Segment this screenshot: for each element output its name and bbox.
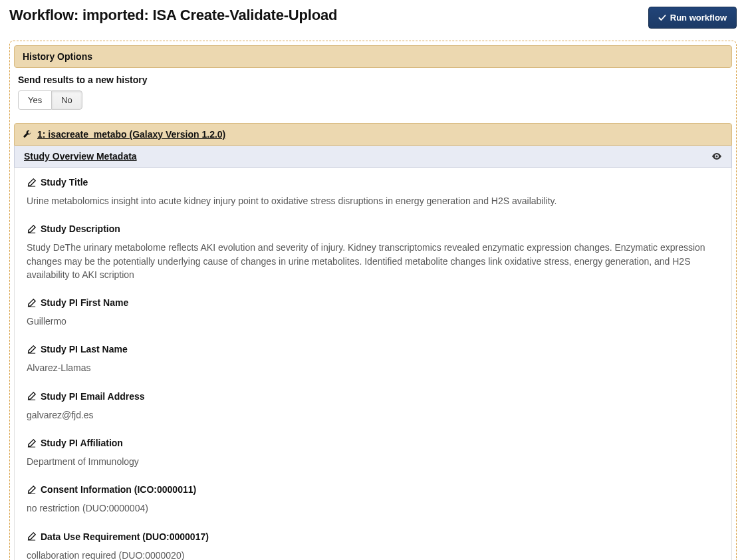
field-value: Urine metabolomics insight into acute ki… bbox=[27, 194, 719, 208]
run-workflow-button[interactable]: Run workflow bbox=[648, 7, 737, 29]
toggle-yes-button[interactable]: Yes bbox=[18, 90, 51, 110]
tool-title-link[interactable]: 1: isacreate_metabo (Galaxy Version 1.2.… bbox=[37, 129, 225, 140]
history-options-header: History Options bbox=[14, 45, 732, 68]
check-icon bbox=[658, 14, 666, 22]
send-results-toggle: Yes No bbox=[18, 90, 82, 110]
edit-icon[interactable] bbox=[27, 531, 37, 541]
history-options-body: Send results to a new history Yes No bbox=[14, 68, 732, 120]
field-label-text: Study Title bbox=[41, 177, 88, 188]
tool-header[interactable]: 1: isacreate_metabo (Galaxy Version 1.2.… bbox=[14, 123, 732, 146]
eye-icon[interactable] bbox=[711, 151, 722, 162]
toggle-no-button[interactable]: No bbox=[51, 90, 82, 110]
field-study-description: Study Description Study DeThe urinary me… bbox=[15, 217, 731, 291]
edit-icon[interactable] bbox=[27, 438, 37, 448]
section-header[interactable]: Study Overview Metadata bbox=[14, 146, 732, 168]
field-pi-first-name: Study PI First Name Guillermo bbox=[15, 291, 731, 337]
field-value: Alvarez-Llamas bbox=[27, 361, 719, 374]
edit-icon[interactable] bbox=[27, 485, 37, 495]
run-workflow-label: Run workflow bbox=[670, 13, 727, 23]
wrench-icon bbox=[23, 130, 32, 139]
field-label-text: Study Description bbox=[41, 223, 120, 234]
section-body: Study Title Urine metabolomics insight i… bbox=[14, 168, 732, 560]
edit-icon[interactable] bbox=[27, 298, 37, 308]
send-results-label: Send results to a new history bbox=[18, 74, 728, 85]
field-data-use: Data Use Requirement (DUO:0000017) colla… bbox=[15, 525, 731, 560]
field-value: no restriction (DUO:0000004) bbox=[27, 501, 719, 515]
edit-icon[interactable] bbox=[27, 224, 37, 234]
field-label-text: Study PI First Name bbox=[41, 297, 128, 308]
field-pi-affiliation: Study PI Affiliation Department of Immun… bbox=[15, 431, 731, 478]
edit-icon[interactable] bbox=[27, 345, 37, 354]
field-value: collaboration required (DUO:0000020) bbox=[27, 549, 719, 560]
field-value: galvarez@fjd.es bbox=[27, 408, 719, 422]
edit-icon[interactable] bbox=[27, 178, 37, 188]
edit-icon[interactable] bbox=[27, 391, 37, 401]
field-study-title: Study Title Urine metabolomics insight i… bbox=[15, 170, 731, 217]
page-title: Workflow: imported: ISA Create-Validate-… bbox=[9, 7, 337, 24]
field-consent: Consent Information (ICO:0000011) no res… bbox=[15, 478, 731, 524]
field-pi-email: Study PI Email Address galvarez@fjd.es bbox=[15, 384, 731, 431]
field-pi-last-name: Study PI Last Name Alvarez-Llamas bbox=[15, 337, 731, 384]
field-label-text: Study PI Last Name bbox=[41, 344, 128, 354]
field-label-text: Study PI Affiliation bbox=[41, 438, 123, 448]
section-title: Study Overview Metadata bbox=[24, 151, 137, 162]
field-value: Guillermo bbox=[27, 315, 719, 328]
field-value: Department of Immunology bbox=[27, 455, 719, 468]
field-label-text: Data Use Requirement (DUO:0000017) bbox=[41, 531, 209, 542]
field-label-text: Consent Information (ICO:0000011) bbox=[41, 484, 196, 495]
workflow-container: History Options Send results to a new hi… bbox=[9, 41, 737, 560]
field-label-text: Study PI Email Address bbox=[41, 391, 145, 402]
field-value: Study DeThe urinary metabolome reflects … bbox=[27, 241, 719, 281]
